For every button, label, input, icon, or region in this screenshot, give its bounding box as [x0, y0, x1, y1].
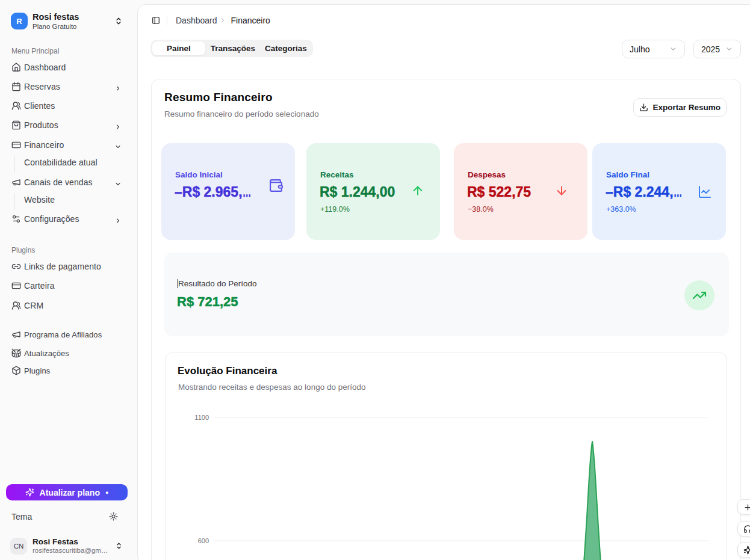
svg-text:600: 600 — [198, 537, 209, 544]
svg-text:1100: 1100 — [194, 414, 209, 421]
